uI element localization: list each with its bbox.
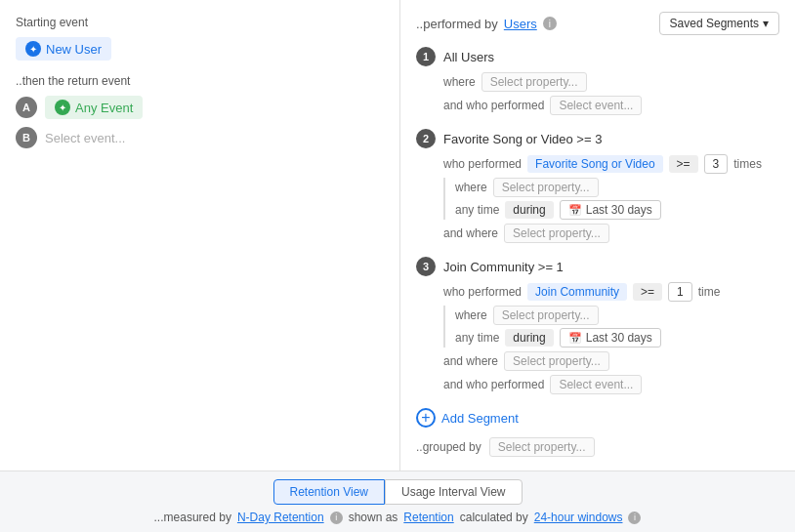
segment-2-number: 2: [416, 129, 436, 148]
new-user-label: New User: [46, 42, 102, 57]
segment-3-body: who performed Join Community >= 1 time w…: [416, 282, 779, 394]
add-segment-label: Add Segment: [441, 411, 519, 426]
segment-3-operator[interactable]: >=: [633, 283, 662, 301]
segment-2-count[interactable]: 3: [704, 154, 729, 174]
calculated-by-prefix: calculated by: [460, 511, 528, 524]
segment-1-number: 1: [416, 47, 436, 66]
segment-2-date[interactable]: 📅 Last 30 days: [560, 200, 661, 220]
any-event-icon: ✦: [55, 100, 70, 115]
usage-interval-view-tab[interactable]: Usage Interval View: [385, 479, 523, 505]
segment-2-and-where-row: and where Select property...: [443, 224, 779, 243]
users-info-icon[interactable]: i: [543, 17, 557, 30]
segment-3-count[interactable]: 1: [668, 282, 692, 302]
retention-view-tab[interactable]: Retention View: [273, 479, 386, 505]
and-where-label-2: and where: [443, 226, 498, 240]
segment-3-where-row: where Select property...: [455, 306, 779, 325]
segment-3-event-select[interactable]: Select event...: [550, 375, 642, 394]
any-event-tag[interactable]: ✦ Any Event: [45, 96, 143, 119]
segment-2-event-chip[interactable]: Favorite Song or Video: [527, 155, 663, 173]
segment-2-where-row: where Select property...: [455, 178, 779, 197]
performed-by-prefix: ..performed by: [416, 17, 498, 31]
segment-2-title-row: 2 Favorite Song or Video >= 3: [416, 129, 779, 148]
segment-1-where-row: where Select property...: [443, 72, 779, 92]
any-event-label: Any Event: [75, 101, 133, 115]
segment-2-sub-block: where Select property... any time during…: [443, 178, 779, 220]
measure-row: ...measured by N-Day Retention i shown a…: [16, 511, 779, 524]
segment-2-where-select[interactable]: Select property...: [493, 178, 599, 197]
new-user-tag[interactable]: ✦ New User: [16, 37, 111, 61]
bottom-bar: Retention View Usage Interval View ...me…: [0, 471, 795, 532]
segment-3-and-where-select[interactable]: Select property...: [504, 351, 609, 371]
right-header: ..performed by Users i Saved Segments ▾: [416, 12, 779, 35]
chevron-down-icon: ▾: [763, 17, 769, 30]
any-time-label-2: any time: [455, 203, 499, 217]
segment-1-title-row: 1 All Users: [416, 47, 779, 66]
retention-link[interactable]: Retention: [403, 511, 453, 524]
and-who-performed-label-1: and who performed: [443, 99, 544, 112]
segment-2-who-row: who performed Favorite Song or Video >= …: [443, 154, 779, 174]
event-a-row: A ✦ Any Event: [16, 96, 384, 119]
segment-3-title-row: 3 Join Community >= 1: [416, 257, 779, 276]
segment-3-and-who-row: and who performed Select event...: [443, 375, 779, 394]
saved-segments-button[interactable]: Saved Segments ▾: [659, 12, 779, 35]
then-return-label: ..then the return event: [16, 74, 384, 88]
windows-info-icon[interactable]: i: [628, 512, 641, 524]
event-b-letter: B: [16, 127, 37, 148]
left-panel: Starting event ✦ New User ..then the ret…: [0, 0, 400, 471]
event-b-row: B Select event...: [16, 127, 384, 148]
times-label-2: times: [733, 157, 762, 171]
event-a-letter: A: [16, 97, 37, 118]
segment-1-block: 1 All Users where Select property... and…: [416, 47, 779, 115]
segment-2-and-where-select[interactable]: Select property...: [504, 224, 609, 243]
add-segment-row[interactable]: + Add Segment: [416, 408, 779, 428]
segment-2-operator[interactable]: >=: [669, 155, 698, 173]
right-panel: ..performed by Users i Saved Segments ▾ …: [400, 0, 795, 471]
segment-3-sub-block: where Select property... any time during…: [443, 306, 779, 348]
segment-3-where-select[interactable]: Select property...: [493, 306, 599, 325]
add-segment-icon: +: [416, 408, 436, 428]
segment-3-and-where-row: and where Select property...: [443, 351, 779, 371]
where-label-3: where: [455, 308, 487, 322]
segment-1-event-select[interactable]: Select event...: [550, 96, 642, 115]
segment-3-block: 3 Join Community >= 1 who performed Join…: [416, 257, 779, 394]
windows-link[interactable]: 24-hour windows: [534, 511, 623, 524]
calendar-icon-3: 📅: [568, 332, 582, 345]
calendar-icon-2: 📅: [568, 204, 582, 217]
grouped-by-label: ..grouped by: [416, 440, 481, 454]
segment-2-during[interactable]: during: [505, 201, 553, 219]
segment-2-anytime-row: any time during 📅 Last 30 days: [455, 200, 779, 220]
n-day-retention-link[interactable]: N-Day Retention: [237, 511, 324, 524]
segment-1-who-performed-row: and who performed Select event...: [443, 96, 779, 115]
event-b-placeholder[interactable]: Select event...: [45, 131, 125, 145]
segment-3-during[interactable]: during: [505, 329, 553, 347]
segment-3-title: Join Community >= 1: [443, 260, 564, 274]
segment-3-anytime-row: any time during 📅 Last 30 days: [455, 328, 779, 348]
view-tabs: Retention View Usage Interval View: [16, 479, 779, 505]
time-label-3: time: [698, 285, 721, 299]
segment-3-who-row: who performed Join Community >= 1 time: [443, 282, 779, 302]
grouped-by-select[interactable]: Select property...: [489, 437, 595, 457]
measured-prefix: ...measured by: [154, 511, 231, 524]
who-performed-label-3: who performed: [443, 285, 522, 299]
grouped-by-row: ..grouped by Select property...: [416, 437, 779, 457]
n-day-info-icon[interactable]: i: [330, 512, 343, 524]
segment-2-title: Favorite Song or Video >= 3: [443, 132, 602, 146]
segment-2-body: who performed Favorite Song or Video >= …: [416, 154, 779, 243]
segment-2-block: 2 Favorite Song or Video >= 3 who perfor…: [416, 129, 779, 243]
performed-by-row: ..performed by Users i: [416, 17, 557, 31]
segment-3-date[interactable]: 📅 Last 30 days: [560, 328, 661, 348]
segment-1-body: where Select property... and who perform…: [416, 72, 779, 115]
and-where-label-3: and where: [443, 354, 498, 368]
who-performed-label-2: who performed: [443, 157, 522, 171]
segment-1-title: All Users: [443, 50, 494, 64]
starting-event-label: Starting event: [16, 16, 384, 29]
segment-3-number: 3: [416, 257, 436, 276]
any-time-label-3: any time: [455, 331, 499, 345]
segment-3-event-chip[interactable]: Join Community: [527, 283, 627, 301]
and-who-performed-label-3: and who performed: [443, 378, 544, 391]
segment-1-where-select[interactable]: Select property...: [481, 72, 587, 92]
where-label-2: where: [455, 181, 487, 194]
user-icon: ✦: [25, 41, 41, 57]
users-link[interactable]: Users: [504, 17, 537, 31]
shown-as-prefix: shown as: [349, 511, 398, 524]
